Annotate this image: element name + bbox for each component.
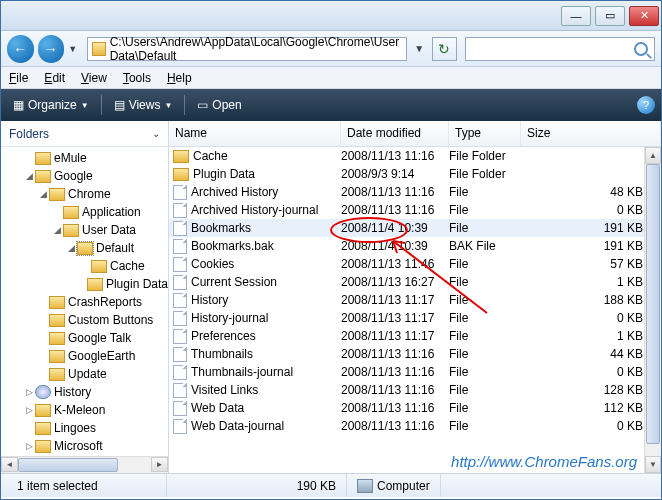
forward-button[interactable]: → <box>38 35 65 63</box>
status-location: Computer <box>347 474 441 497</box>
close-button[interactable]: ✕ <box>629 6 659 26</box>
tree-item[interactable]: eMule <box>1 149 168 167</box>
file-row[interactable]: Visited Links2008/11/13 11:16File128 KB <box>169 381 661 399</box>
tree-item[interactable]: Update <box>1 365 168 383</box>
folder-icon <box>49 314 65 327</box>
file-row[interactable]: History2008/11/13 11:17File188 KB <box>169 291 661 309</box>
scroll-thumb[interactable] <box>646 164 660 444</box>
menu-edit[interactable]: Edit <box>44 71 65 85</box>
command-bar: ▦ Organize ▼ ▤ Views ▼ ▭ Open ? <box>1 89 661 121</box>
body-area: Folders ⌄ eMule◢Google◢ChromeApplication… <box>1 121 661 473</box>
file-size: 1 KB <box>521 329 661 343</box>
status-bar: 1 item selected 190 KB Computer <box>1 473 661 497</box>
menu-view[interactable]: View <box>81 71 107 85</box>
menu-file[interactable]: File <box>9 71 28 85</box>
expand-icon[interactable]: ◢ <box>65 243 77 253</box>
history-dropdown[interactable]: ▼ <box>68 44 83 54</box>
tree-item[interactable]: CrashReports <box>1 293 168 311</box>
menu-help[interactable]: Help <box>167 71 192 85</box>
tree-item[interactable]: ◢Default <box>1 239 168 257</box>
file-row[interactable]: Preferences2008/11/13 11:17File1 KB <box>169 327 661 345</box>
tree-item[interactable]: ◢Chrome <box>1 185 168 203</box>
tree-item[interactable]: Custom Buttons <box>1 311 168 329</box>
file-type: File <box>449 329 521 343</box>
tree-item[interactable]: ▷K-Meleon <box>1 401 168 419</box>
tree-label: eMule <box>54 151 87 165</box>
file-type: File <box>449 419 521 433</box>
file-row[interactable]: Bookmarks2008/11/4 10:39File191 KB <box>169 219 661 237</box>
back-button[interactable]: ← <box>7 35 34 63</box>
vertical-scrollbar[interactable]: ▲ ▼ <box>644 147 661 473</box>
expand-icon[interactable]: ◢ <box>37 189 49 199</box>
expand-icon[interactable]: ▷ <box>23 387 35 397</box>
minimize-button[interactable]: — <box>561 6 591 26</box>
col-type[interactable]: Type <box>449 121 521 146</box>
file-icon <box>173 203 187 218</box>
file-row[interactable]: Current Session2008/11/13 16:27File1 KB <box>169 273 661 291</box>
file-row[interactable]: History-journal2008/11/13 11:17File0 KB <box>169 309 661 327</box>
watermark-link[interactable]: http://www.ChromeFans.org <box>451 453 637 470</box>
col-date[interactable]: Date modified <box>341 121 449 146</box>
file-icon <box>173 311 187 326</box>
file-row[interactable]: Thumbnails-journal2008/11/13 11:16File0 … <box>169 363 661 381</box>
col-size[interactable]: Size <box>521 121 661 146</box>
file-row[interactable]: Web Data2008/11/13 11:16File112 KB <box>169 399 661 417</box>
search-box[interactable] <box>465 37 655 61</box>
tree-item[interactable]: ▷Microsoft <box>1 437 168 455</box>
file-row[interactable]: Web Data-journal2008/11/13 11:16File0 KB <box>169 417 661 435</box>
file-date: 2008/11/13 11:17 <box>341 311 449 325</box>
file-name: Cookies <box>191 257 234 271</box>
scroll-down-button[interactable]: ▼ <box>645 456 661 473</box>
file-size: 0 KB <box>521 419 661 433</box>
scroll-track[interactable] <box>18 457 151 473</box>
file-row[interactable]: Archived History-journal2008/11/13 11:16… <box>169 201 661 219</box>
tree-item[interactable]: Application <box>1 203 168 221</box>
expand-icon[interactable]: ▷ <box>23 405 35 415</box>
file-row[interactable]: Cookies2008/11/13 11:46File57 KB <box>169 255 661 273</box>
scroll-left-button[interactable]: ◄ <box>1 457 18 472</box>
file-row[interactable]: Plugin Data2008/9/3 9:14File Folder <box>169 165 661 183</box>
tree-label: GoogleEarth <box>68 349 135 363</box>
expand-icon[interactable]: ◢ <box>23 171 35 181</box>
tree-item[interactable]: GoogleEarth <box>1 347 168 365</box>
file-name: Web Data <box>191 401 244 415</box>
maximize-button[interactable]: ▭ <box>595 6 625 26</box>
expand-icon[interactable]: ▷ <box>23 441 35 451</box>
organize-button[interactable]: ▦ Organize ▼ <box>7 96 95 114</box>
tree-label: Microsoft <box>54 439 103 453</box>
tree-item[interactable]: Cache <box>1 257 168 275</box>
file-icon <box>173 401 187 416</box>
folder-icon <box>35 404 51 417</box>
file-row[interactable]: Bookmarks.bak2008/11/4 10:39BAK File191 … <box>169 237 661 255</box>
file-list: Cache2008/11/13 11:16File FolderPlugin D… <box>169 147 661 473</box>
folders-header[interactable]: Folders ⌄ <box>1 121 168 147</box>
scroll-right-button[interactable]: ► <box>151 457 168 472</box>
menu-tools[interactable]: Tools <box>123 71 151 85</box>
refresh-button[interactable]: ↻ <box>432 37 457 61</box>
open-button[interactable]: ▭ Open <box>191 96 247 114</box>
folder-icon <box>49 368 65 381</box>
folder-icon <box>49 350 65 363</box>
file-icon <box>173 365 187 380</box>
help-button[interactable]: ? <box>637 96 655 114</box>
address-dropdown[interactable]: ▼ <box>411 43 428 54</box>
tree-item[interactable]: Google Talk <box>1 329 168 347</box>
file-row[interactable]: Archived History2008/11/13 11:16File48 K… <box>169 183 661 201</box>
scroll-thumb[interactable] <box>18 458 118 472</box>
views-button[interactable]: ▤ Views ▼ <box>108 96 179 114</box>
tree-item[interactable]: Lingoes <box>1 419 168 437</box>
tree-item[interactable]: ◢Google <box>1 167 168 185</box>
horizontal-scrollbar[interactable]: ◄ ► <box>1 456 168 473</box>
folder-icon <box>35 170 51 183</box>
tree-item[interactable]: ◢User Data <box>1 221 168 239</box>
file-row[interactable]: Cache2008/11/13 11:16File Folder <box>169 147 661 165</box>
scroll-up-button[interactable]: ▲ <box>645 147 661 164</box>
tree-item[interactable]: ▷History <box>1 383 168 401</box>
tree-item[interactable]: Plugin Data <box>1 275 168 293</box>
address-bar[interactable]: C:\Users\Andrew\AppData\Local\Google\Chr… <box>87 37 406 61</box>
file-date: 2008/11/13 11:16 <box>341 419 449 433</box>
expand-icon[interactable]: ◢ <box>51 225 63 235</box>
file-icon <box>173 383 187 398</box>
col-name[interactable]: Name <box>169 121 341 146</box>
file-row[interactable]: Thumbnails2008/11/13 11:16File44 KB <box>169 345 661 363</box>
